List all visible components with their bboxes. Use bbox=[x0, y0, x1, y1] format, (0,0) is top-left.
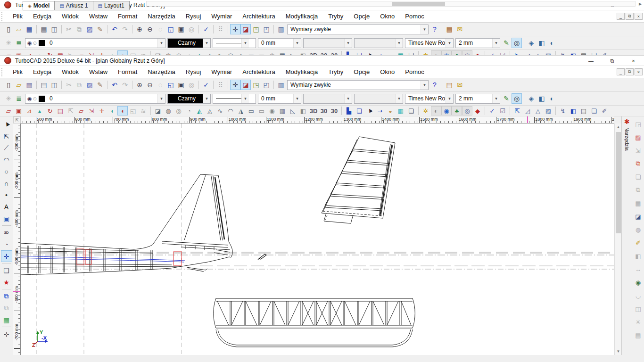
box-3d-icon[interactable]: ◪ bbox=[153, 106, 163, 115]
box-axo-icon[interactable]: ◧ bbox=[298, 106, 308, 115]
select-mode-icon[interactable]: ✛ bbox=[230, 80, 240, 90]
facet-icon[interactable]: ◖ bbox=[107, 106, 117, 115]
boolean-intersect-icon[interactable]: ◐ bbox=[547, 38, 557, 48]
combo-arrow-icon[interactable]: ▾ bbox=[293, 39, 301, 48]
menu-item-modyfikacja[interactable]: Modyfikacja bbox=[281, 66, 323, 77]
properties-page-icon[interactable]: ▥ bbox=[276, 80, 286, 90]
text-size-combo[interactable]: 2 mm▾ bbox=[455, 94, 500, 104]
line-style-combo[interactable]: ▾ bbox=[213, 94, 256, 104]
boolean-subtract-icon[interactable]: ◧ bbox=[537, 93, 547, 104]
box-open-icon[interactable]: ◧ bbox=[568, 106, 578, 115]
coil-icon[interactable]: ∿ bbox=[215, 106, 225, 115]
spelling-abc-icon[interactable]: ✓ bbox=[487, 50, 497, 56]
box-3d-icon[interactable]: ◪ bbox=[153, 50, 163, 56]
workplane-nodes-icon[interactable]: ▱ bbox=[76, 50, 86, 56]
pen-color-combo[interactable]: Czarny▾ bbox=[167, 38, 211, 48]
combo-arrow-icon[interactable]: ▾ bbox=[446, 39, 453, 48]
address-book-icon[interactable]: ▤ bbox=[444, 80, 454, 90]
menu-item-plik[interactable]: Plik bbox=[8, 66, 28, 77]
font-combo[interactable]: Times New Ro▾ bbox=[405, 94, 454, 104]
empty-combo-1[interactable]: ▾ bbox=[303, 38, 352, 48]
palette-icon[interactable]: ◒ bbox=[385, 50, 396, 56]
object-3d-tool-icon[interactable]: ❏ bbox=[1, 264, 12, 276]
select-mode-icon[interactable]: ✛ bbox=[230, 24, 240, 34]
spline-3d-icon[interactable]: 3D bbox=[308, 106, 319, 115]
cylinder-icon[interactable]: ▭ bbox=[246, 106, 256, 115]
stamp-icon[interactable]: ❏ bbox=[633, 170, 644, 183]
line-style-combo[interactable]: ▾ bbox=[213, 38, 256, 48]
workplane-rotate-icon[interactable]: ↻ bbox=[45, 106, 55, 115]
empty-combo-2[interactable]: ▾ bbox=[354, 38, 403, 48]
mesh-icon[interactable]: ▦ bbox=[277, 50, 288, 56]
sphere-shaded-icon[interactable]: ◍ bbox=[633, 223, 644, 236]
select-arrow-icon[interactable]: ► bbox=[363, 104, 376, 117]
insert-image-tool-icon[interactable]: ▣ bbox=[1, 213, 12, 224]
spelling-abc-icon[interactable]: ✓ bbox=[487, 106, 497, 115]
validate-page-icon[interactable]: ☑ bbox=[497, 106, 508, 115]
combo-arrow-icon[interactable]: ▾ bbox=[492, 39, 500, 48]
context-help-icon[interactable]: ? bbox=[429, 24, 440, 34]
surface-icon[interactable]: ≋ bbox=[138, 106, 149, 115]
workplane-move-icon[interactable]: ✛ bbox=[97, 50, 107, 56]
redo-icon[interactable]: ↷ bbox=[120, 24, 130, 34]
spline-3d-icon[interactable]: 3D bbox=[308, 50, 319, 56]
menu-item-modyfikacja[interactable]: Modyfikacja bbox=[281, 11, 323, 22]
camera-icon[interactable]: ◫ bbox=[633, 302, 644, 315]
scroll-down-icon[interactable]: ▼ bbox=[615, 348, 622, 355]
curve-tools-icon[interactable]: ↯ bbox=[558, 106, 568, 115]
pages-icon[interactable]: ❏ bbox=[589, 106, 599, 115]
workplane-cone-icon[interactable]: ▴ bbox=[34, 50, 45, 56]
loft-icon[interactable]: ◠ bbox=[225, 106, 236, 115]
mdi-minimize-button[interactable]: _ bbox=[617, 68, 625, 75]
layer-colors-tool-icon[interactable]: ▦ bbox=[1, 314, 12, 326]
scene-search-icon[interactable]: ◎ bbox=[462, 50, 472, 56]
coil-icon[interactable]: ∿ bbox=[215, 50, 225, 56]
send-mail-icon[interactable]: ✉ bbox=[454, 24, 465, 34]
close-button[interactable]: × bbox=[623, 56, 644, 66]
workplane-axes-icon[interactable]: ⊿ bbox=[24, 106, 34, 115]
magnet-icon[interactable]: ◡ bbox=[633, 289, 644, 302]
hatch-icon[interactable]: ▨ bbox=[543, 106, 553, 115]
combo-arrow-icon[interactable]: ▾ bbox=[421, 81, 428, 90]
combo-arrow-icon[interactable]: ▾ bbox=[344, 39, 352, 48]
print-preview-icon[interactable]: ◫ bbox=[49, 80, 59, 90]
workplane-star-icon[interactable]: ▱ bbox=[3, 50, 14, 56]
vertical-scroll-thumb[interactable] bbox=[616, 132, 621, 233]
loft-icon[interactable]: ◠ bbox=[225, 50, 236, 56]
vase-icon[interactable]: ◮ bbox=[236, 106, 246, 115]
wedge-icon[interactable]: ◭ bbox=[194, 50, 205, 56]
workplane-nodes-icon[interactable]: ▱ bbox=[76, 106, 86, 115]
curve-tools-icon[interactable]: ↯ bbox=[558, 50, 568, 56]
paste-icon[interactable]: ▨ bbox=[84, 24, 95, 34]
context-help-icon[interactable]: ? bbox=[429, 80, 440, 90]
render-mode-icon[interactable]: ◪ bbox=[240, 24, 251, 34]
menu-item-narzędzia[interactable]: Narzędzia bbox=[142, 66, 181, 77]
red-tool-icon[interactable]: ◆ bbox=[472, 50, 483, 56]
triangle-calc-icon[interactable]: △ bbox=[533, 106, 543, 115]
send-mail-icon[interactable]: ✉ bbox=[454, 80, 465, 90]
axes-move-icon[interactable]: ⇱ bbox=[512, 50, 522, 56]
text-tool-icon[interactable]: A bbox=[1, 201, 12, 213]
layers-icon[interactable]: ≣ bbox=[14, 38, 24, 48]
redo-icon[interactable]: ↷ bbox=[120, 80, 130, 90]
save-file-icon[interactable]: ▦ bbox=[24, 80, 34, 90]
stabilizer-truss-plan[interactable] bbox=[214, 298, 415, 347]
sphere-nodes-icon[interactable]: ◍ bbox=[163, 106, 173, 115]
box-open-icon[interactable]: ◧ bbox=[568, 50, 578, 56]
ramp-icon[interactable]: ◺ bbox=[288, 106, 298, 115]
selection-highlights[interactable] bbox=[77, 249, 182, 265]
line-width-combo[interactable]: 0 mm▾ bbox=[258, 38, 301, 48]
menu-item-opcje[interactable]: Opcje bbox=[348, 11, 375, 22]
facet-edit-icon[interactable]: ◖ bbox=[117, 50, 128, 56]
combo-arrow-icon[interactable]: ▾ bbox=[446, 94, 453, 103]
axes-move-icon[interactable]: ⇱ bbox=[512, 106, 522, 115]
disc-icon[interactable]: ◉ bbox=[267, 106, 277, 115]
eraser-pen-icon[interactable]: ✐ bbox=[599, 50, 610, 56]
combo-arrow-icon[interactable]: ▾ bbox=[344, 94, 352, 103]
menu-item-architektura[interactable]: Architektura bbox=[237, 66, 280, 77]
node-edit-tool-icon[interactable]: ⇱ bbox=[1, 130, 12, 142]
extract-part-icon[interactable]: ◰ bbox=[261, 24, 272, 34]
move-tool-icon[interactable]: ✛ bbox=[1, 250, 12, 262]
cut-icon[interactable]: ✂ bbox=[64, 24, 74, 34]
prism-icon[interactable]: ◬ bbox=[205, 50, 215, 56]
